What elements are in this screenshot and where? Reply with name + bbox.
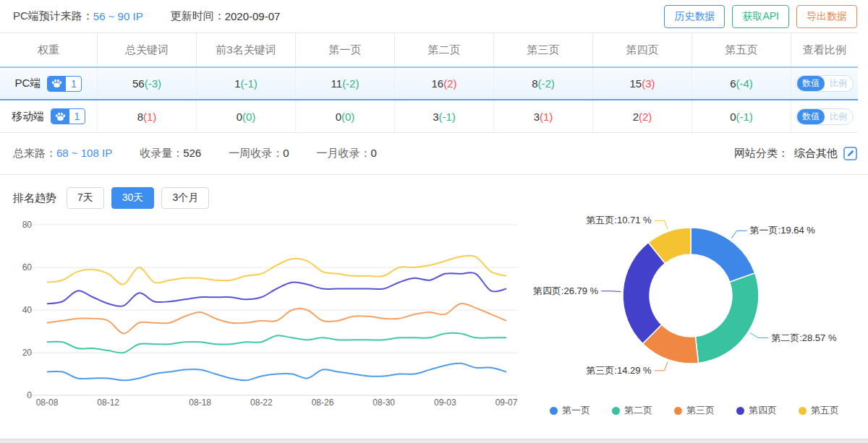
legend-item-0[interactable]: 第一页	[550, 404, 590, 417]
metric-value: 6	[730, 77, 736, 90]
metric-value: 8	[137, 111, 143, 123]
metric-delta: (-3)	[145, 77, 161, 90]
table-header-row: 权重总关键词前3名关键词第一页第二页第三页第四页第五页查看比例	[0, 33, 858, 66]
svg-text:80: 80	[22, 220, 33, 230]
edit-icon[interactable]	[843, 147, 857, 160]
metric-value: 11	[331, 77, 343, 90]
svg-text:08-08: 08-08	[36, 397, 59, 408]
svg-text:60: 60	[22, 262, 33, 272]
column-header-8: 查看比例	[791, 33, 858, 66]
stat-value: 526	[183, 147, 201, 159]
metric-cell: 0(0)	[296, 100, 395, 132]
donut-slice[interactable]	[691, 228, 755, 282]
svg-text:第四页:26.79 %: 第四页:26.79 %	[533, 285, 599, 296]
donut-slice[interactable]	[695, 273, 759, 364]
rank-table: 权重总关键词前3名关键词第一页第二页第三页第四页第五页查看比例 PC端156(-…	[0, 33, 858, 133]
metric-value: 1	[234, 77, 240, 90]
column-header-1: 总关键词	[98, 33, 197, 66]
legend-dot-icon	[612, 407, 620, 415]
svg-text:20: 20	[22, 348, 33, 358]
legend-label: 第二页	[624, 404, 652, 417]
baidu-weight-badge[interactable]: 1	[47, 76, 82, 92]
metric-value: 2	[633, 111, 639, 123]
legend-item-1[interactable]: 第二页	[612, 404, 652, 417]
metric-delta: (-2)	[342, 77, 359, 90]
stat-label: 总来路：	[13, 147, 56, 159]
metric-cell: 1(-1)	[197, 68, 296, 99]
metric-cell: 3(1)	[494, 100, 593, 132]
weight-value: 1	[69, 109, 85, 124]
svg-text:第三页:14.29 %: 第三页:14.29 %	[586, 365, 652, 376]
svg-text:08-30: 08-30	[373, 397, 395, 408]
trend-range-tabs: 7天30天3个月	[67, 187, 209, 209]
trend-title: 排名趋势	[13, 192, 56, 205]
legend-dot-icon	[799, 407, 807, 415]
weight-value: 1	[66, 77, 81, 91]
metric-delta: (2)	[639, 111, 652, 123]
platform-cell: PC端1	[0, 68, 98, 99]
pc-traffic-label: PC端预计来路：	[13, 9, 93, 23]
legend-item-2[interactable]: 第三页	[674, 404, 715, 417]
metric-cell: 56(-3)	[98, 68, 197, 99]
svg-text:09-03: 09-03	[434, 397, 456, 408]
column-header-3: 第一页	[296, 33, 395, 66]
toggle-numeric[interactable]: 数值	[797, 109, 825, 124]
metric-value: 8	[532, 77, 537, 90]
platform-label: 移动端	[12, 110, 44, 124]
svg-text:08-12: 08-12	[97, 397, 119, 408]
legend-label: 第三页	[686, 404, 715, 417]
svg-text:08-26: 08-26	[312, 397, 334, 408]
topbar-summary: PC端预计来路： 56 ~ 90 IP 更新时间： 2020-09-07	[13, 9, 280, 23]
view-mode-cell: 数值比例	[791, 68, 858, 99]
range-tab-0[interactable]: 7天	[67, 187, 104, 209]
svg-text:08-18: 08-18	[189, 397, 211, 408]
svg-text:第二页:28.57 %: 第二页:28.57 %	[771, 332, 837, 343]
svg-text:08-22: 08-22	[250, 397, 273, 408]
stat-value: 0	[371, 147, 377, 159]
metric-delta: (2)	[443, 77, 456, 90]
range-tab-1[interactable]: 30天	[111, 187, 155, 209]
topbar-button-2[interactable]: 导出数据	[796, 5, 857, 28]
stat-label: 一周收录：	[229, 147, 283, 159]
charts-area: 02040608008-0808-1208-1808-2208-2608-300…	[0, 210, 868, 417]
column-header-2: 前3名关键词	[197, 33, 296, 66]
trend-line-chart: 02040608008-0808-1208-1808-2208-2608-300…	[0, 210, 528, 416]
svg-text:0: 0	[27, 390, 32, 400]
metric-delta: (1)	[143, 111, 156, 123]
topbar-button-0[interactable]: 历史数据	[664, 5, 725, 28]
range-tab-2[interactable]: 3个月	[161, 187, 209, 209]
metric-value: 3	[534, 111, 540, 123]
update-time-label: 更新时间：	[171, 9, 225, 23]
pc-traffic-value[interactable]: 56 ~ 90 IP	[93, 10, 143, 22]
toggle-ratio[interactable]: 比例	[825, 109, 852, 124]
metric-cell: 6(-4)	[692, 68, 791, 99]
metric-cell: 16(2)	[395, 68, 494, 99]
trend-tabs: 排名趋势 7天30天3个月	[0, 187, 868, 209]
column-header-0: 权重	[0, 33, 98, 66]
toggle-numeric[interactable]: 数值	[797, 76, 825, 91]
metric-cell: 0(0)	[197, 100, 296, 132]
metric-value: 15	[629, 77, 642, 90]
column-header-7: 第五页	[692, 33, 791, 66]
metric-delta: (3)	[642, 77, 655, 90]
svg-text:40: 40	[22, 305, 33, 315]
metric-cell: 15(3)	[593, 68, 692, 99]
legend-label: 第一页	[562, 404, 590, 417]
platform-label: PC端	[15, 77, 41, 90]
stat-item-1: 收录量：526	[140, 147, 201, 160]
metric-delta: (-1)	[241, 77, 258, 90]
metric-delta: (0)	[341, 111, 354, 123]
metric-delta: (0)	[242, 111, 255, 123]
stat-item-0: 总来路：68 ~ 108 IP	[13, 147, 112, 160]
baidu-weight-badge[interactable]: 1	[51, 108, 85, 124]
legend-item-4[interactable]: 第五页	[799, 404, 839, 417]
site-category-value: 综合其他	[794, 147, 838, 160]
value-ratio-toggle: 数值比例	[796, 108, 854, 125]
legend-dot-icon	[736, 407, 744, 415]
table-row: 移动端18(1)0(0)0(0)3(-1)3(1)2(2)0(-1)数值比例	[0, 100, 858, 133]
legend-item-3[interactable]: 第四页	[736, 404, 777, 417]
legend-dot-icon	[674, 407, 682, 415]
stat-value[interactable]: 68 ~ 108 IP	[56, 147, 112, 159]
toggle-ratio[interactable]: 比例	[825, 76, 852, 91]
topbar-button-1[interactable]: 获取API	[732, 5, 789, 28]
